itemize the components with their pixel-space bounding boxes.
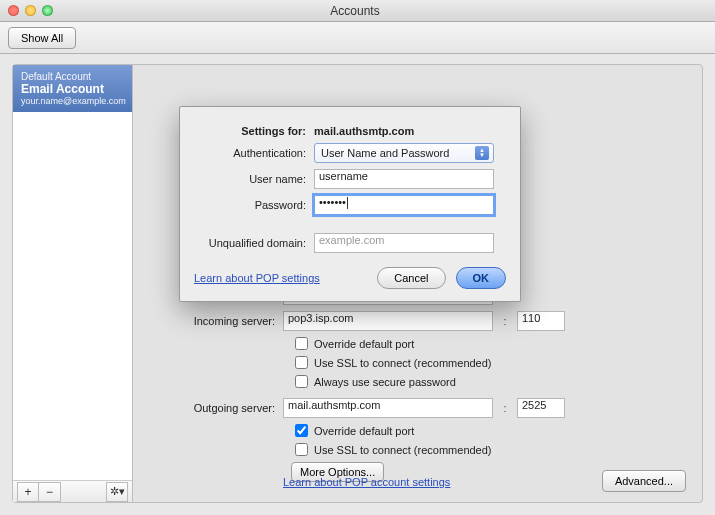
sheet-password-label: Password: <box>194 199 306 211</box>
minimize-window-icon[interactable] <box>25 5 36 16</box>
unqualified-domain-label: Unqualified domain: <box>194 237 306 249</box>
ok-button[interactable]: OK <box>456 267 507 289</box>
window-controls <box>8 5 53 16</box>
username-field[interactable]: username <box>314 169 494 189</box>
titlebar: Accounts <box>0 0 715 22</box>
select-arrows-icon: ▲▼ <box>475 146 489 160</box>
username-label: User name: <box>194 173 306 185</box>
toolbar: Show All <box>0 22 715 54</box>
sidebar-footer: + − ✲▾ <box>13 480 132 502</box>
account-item-selected[interactable]: Default Account Email Account your.name@… <box>13 65 132 112</box>
incoming-override-port-checkbox[interactable] <box>295 337 308 350</box>
account-name: Email Account <box>21 82 124 96</box>
incoming-ssl-checkbox[interactable] <box>295 356 308 369</box>
settings-for-value: mail.authsmtp.com <box>314 125 414 137</box>
learn-pop-settings-link[interactable]: Learn about POP settings <box>194 272 320 284</box>
remove-account-button[interactable]: − <box>39 482 61 502</box>
incoming-server-field[interactable]: pop3.isp.com <box>283 311 493 331</box>
incoming-override-port-label: Override default port <box>314 338 414 350</box>
text-cursor-icon <box>347 197 348 209</box>
cancel-button[interactable]: Cancel <box>377 267 445 289</box>
outgoing-override-port-checkbox[interactable] <box>295 424 308 437</box>
authentication-value: User Name and Password <box>321 147 449 159</box>
outgoing-ssl-checkbox[interactable] <box>295 443 308 456</box>
outgoing-override-port-label: Override default port <box>314 425 414 437</box>
account-email: your.name@example.com <box>21 96 124 106</box>
incoming-ssl-label: Use SSL to connect (recommended) <box>314 357 492 369</box>
advanced-button[interactable]: Advanced... <box>602 470 686 492</box>
outgoing-server-label: Outgoing server: <box>145 402 275 414</box>
learn-pop-account-link[interactable]: Learn about POP account settings <box>283 476 450 488</box>
authentication-label: Authentication: <box>194 147 306 159</box>
accounts-sidebar: Default Account Email Account your.name@… <box>13 65 133 502</box>
secure-password-label: Always use secure password <box>314 376 456 388</box>
add-account-button[interactable]: + <box>17 482 39 502</box>
sheet-password-field[interactable]: ••••••• <box>314 195 494 215</box>
show-all-button[interactable]: Show All <box>8 27 76 49</box>
window-title: Accounts <box>53 4 657 18</box>
outgoing-server-field[interactable]: mail.authsmtp.com <box>283 398 493 418</box>
zoom-window-icon[interactable] <box>42 5 53 16</box>
outgoing-port-field[interactable]: 2525 <box>517 398 565 418</box>
unqualified-domain-field[interactable]: example.com <box>314 233 494 253</box>
port-separator: : <box>501 315 509 327</box>
authentication-select[interactable]: User Name and Password ▲▼ <box>314 143 494 163</box>
incoming-port-field[interactable]: 110 <box>517 311 565 331</box>
secure-password-checkbox[interactable] <box>295 375 308 388</box>
outgoing-ssl-label: Use SSL to connect (recommended) <box>314 444 492 456</box>
settings-for-label: Settings for: <box>194 125 306 137</box>
gear-menu-button[interactable]: ✲▾ <box>106 482 128 502</box>
smtp-settings-sheet: Settings for: mail.authsmtp.com Authenti… <box>179 106 521 302</box>
port-separator-2: : <box>501 402 509 414</box>
close-window-icon[interactable] <box>8 5 19 16</box>
incoming-server-label: Incoming server: <box>145 315 275 327</box>
account-default-label: Default Account <box>21 71 124 82</box>
